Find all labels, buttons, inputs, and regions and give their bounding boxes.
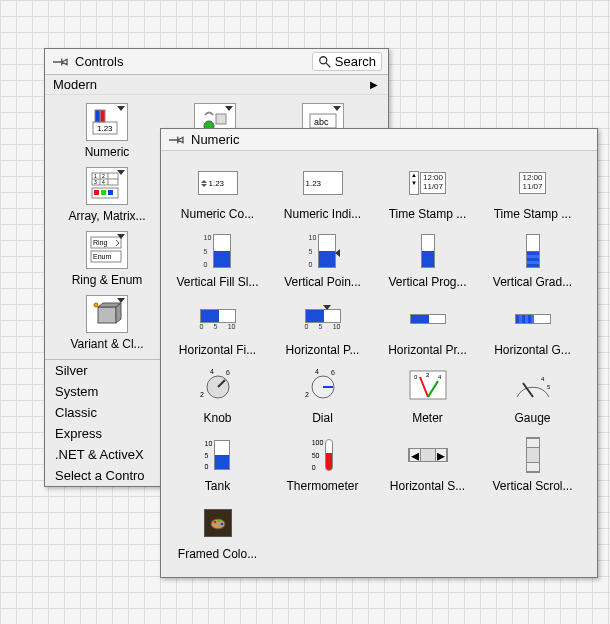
- controls-header: Controls Search: [45, 49, 388, 75]
- numeric-item-vpoint[interactable]: 1050Vertical Poin...: [270, 227, 375, 295]
- colorbox-icon: [196, 503, 240, 543]
- numeric-item-label: Tank: [205, 479, 230, 493]
- hpoint-icon: 0510: [301, 299, 345, 339]
- numeric-item-label: Time Stamp ...: [389, 207, 467, 221]
- numeric-item-label: Numeric Indi...: [284, 207, 361, 221]
- svg-point-49: [217, 520, 220, 523]
- numeric-item-label: Dial: [312, 411, 333, 425]
- numeric-item-label: Vertical Fill Sl...: [176, 275, 258, 289]
- numeric-title: Numeric: [191, 132, 591, 147]
- numeric-item-vfill[interactable]: 1050Vertical Fill Sl...: [165, 227, 270, 295]
- svg-point-27: [94, 303, 98, 307]
- hprog-icon: [406, 299, 450, 339]
- search-button[interactable]: Search: [312, 52, 382, 71]
- svg-text:2: 2: [305, 391, 309, 398]
- palette-item-label: Numeric: [85, 145, 130, 159]
- numeric-palette: Numeric 1.23Numeric Co...1.23Numeric Ind…: [160, 128, 598, 578]
- numeric-item-label: Time Stamp ...: [494, 207, 572, 221]
- numeric-item-label: Thermometer: [286, 479, 358, 493]
- numeric-item-vprog[interactable]: Vertical Prog...: [375, 227, 480, 295]
- palette-item-label: Ring & Enum: [72, 273, 143, 287]
- hgrad-icon: [511, 299, 555, 339]
- numeric-item-ts-control[interactable]: ▲▼12:0011/07Time Stamp ...: [375, 159, 480, 227]
- palette-item-array[interactable]: 12 34 Array, Matrix...: [53, 165, 161, 229]
- svg-text:4: 4: [315, 368, 319, 375]
- category-modern[interactable]: Modern ▶: [45, 75, 388, 95]
- numeric-item-hscroll[interactable]: ◂▸Horizontal S...: [375, 431, 480, 499]
- svg-text:4: 4: [541, 376, 545, 382]
- numeric-item-tank[interactable]: 1050Tank: [165, 431, 270, 499]
- svg-rect-19: [94, 190, 99, 195]
- numeric-item-label: Horizontal G...: [494, 343, 571, 357]
- svg-text:4: 4: [102, 179, 105, 185]
- num-indicator-icon: 1.23: [301, 163, 345, 203]
- svg-text:6: 6: [331, 369, 335, 376]
- numeric-item-label: Meter: [412, 411, 443, 425]
- numeric-item-label: Vertical Grad...: [493, 275, 572, 289]
- svg-rect-26: [98, 307, 116, 323]
- palette-item-label: Array, Matrix...: [68, 209, 145, 223]
- svg-line-1: [326, 62, 330, 66]
- numeric-item-colorbox[interactable]: Framed Colo...: [165, 499, 270, 567]
- numeric-item-hprog[interactable]: Horizontal Pr...: [375, 295, 480, 363]
- numeric-item-hpoint[interactable]: 0510Horizontal P...: [270, 295, 375, 363]
- search-label: Search: [335, 54, 376, 69]
- pin-icon[interactable]: [167, 133, 185, 147]
- therm-icon: 100500: [301, 435, 345, 475]
- palette-item-numeric[interactable]: 1.23 Numeric: [53, 101, 161, 165]
- svg-point-50: [220, 523, 223, 526]
- vscroll-icon: [511, 435, 555, 475]
- numeric-item-label: Framed Colo...: [178, 547, 257, 561]
- numeric-item-label: Horizontal Pr...: [388, 343, 467, 357]
- numeric-item-label: Horizontal Fi...: [179, 343, 256, 357]
- vfill-icon: 1050: [196, 231, 240, 271]
- svg-text:2: 2: [200, 391, 204, 398]
- numeric-item-knob[interactable]: 246Knob: [165, 363, 270, 431]
- numeric-item-num-indicator[interactable]: 1.23Numeric Indi...: [270, 159, 375, 227]
- numeric-item-label: Vertical Scrol...: [492, 479, 572, 493]
- svg-rect-5: [95, 110, 100, 122]
- controls-title: Controls: [75, 54, 312, 69]
- numeric-item-label: Vertical Prog...: [388, 275, 466, 289]
- svg-text:5: 5: [547, 384, 551, 390]
- hscroll-icon: ◂▸: [406, 435, 450, 475]
- variant-icon: [92, 301, 122, 327]
- numeric-item-label: Horizontal S...: [390, 479, 465, 493]
- numeric-item-hfill[interactable]: 0510Horizontal Fi...: [165, 295, 270, 363]
- numeric-icon: 1.23: [92, 108, 122, 136]
- numeric-item-vgrad[interactable]: Vertical Grad...: [480, 227, 585, 295]
- svg-point-0: [320, 56, 327, 63]
- svg-text:Ring: Ring: [93, 239, 108, 247]
- svg-text:abc: abc: [314, 117, 329, 127]
- ts-indicator-icon: 12:0011/07: [511, 163, 555, 203]
- numeric-item-label: Vertical Poin...: [284, 275, 361, 289]
- array-icon: 12 34: [91, 172, 123, 200]
- numeric-item-vscroll[interactable]: Vertical Scrol...: [480, 431, 585, 499]
- tank-icon: 1050: [196, 435, 240, 475]
- category-label: Modern: [53, 77, 97, 92]
- numeric-item-meter[interactable]: 024Meter: [375, 363, 480, 431]
- svg-text:Enum: Enum: [93, 253, 111, 260]
- dial-icon: 246: [301, 367, 345, 407]
- numeric-item-ts-indicator[interactable]: 12:0011/07Time Stamp ...: [480, 159, 585, 227]
- svg-rect-20: [101, 190, 106, 195]
- pin-icon[interactable]: [51, 55, 69, 69]
- numeric-item-gauge[interactable]: 45Gauge: [480, 363, 585, 431]
- svg-text:3: 3: [94, 179, 97, 185]
- numeric-item-therm[interactable]: 100500Thermometer: [270, 431, 375, 499]
- palette-item-variant[interactable]: Variant & Cl...: [53, 293, 161, 357]
- gauge-icon: 45: [511, 367, 555, 407]
- numeric-item-hgrad[interactable]: Horizontal G...: [480, 295, 585, 363]
- chevron-right-icon: ▶: [370, 79, 378, 90]
- numeric-item-dial[interactable]: 246Dial: [270, 363, 375, 431]
- search-icon: [318, 55, 332, 69]
- vprog-icon: [406, 231, 450, 271]
- hfill-icon: 0510: [196, 299, 240, 339]
- svg-text:1.23: 1.23: [97, 124, 113, 133]
- svg-rect-21: [108, 190, 113, 195]
- vpoint-icon: 1050: [301, 231, 345, 271]
- numeric-item-num-control[interactable]: 1.23Numeric Co...: [165, 159, 270, 227]
- numeric-item-label: Numeric Co...: [181, 207, 254, 221]
- svg-text:4: 4: [210, 368, 214, 375]
- palette-item-ring-enum[interactable]: Ring Enum Ring & Enum: [53, 229, 161, 293]
